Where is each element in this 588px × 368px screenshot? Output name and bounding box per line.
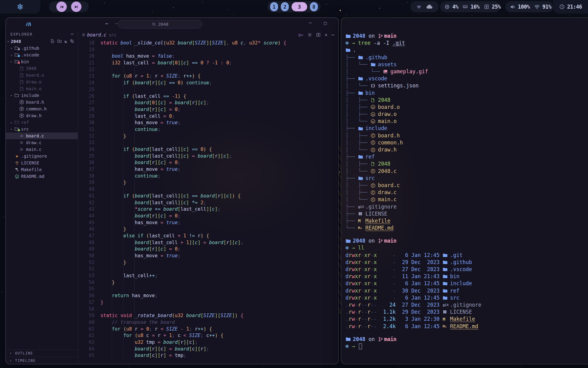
file-item-board.h[interactable]: Hboard.h [6, 99, 78, 105]
run-button[interactable]: ▷▾ [299, 32, 303, 38]
workspace-8[interactable]: 8 [310, 2, 318, 11]
code-line-18[interactable]: 18static bool _slide_col(u32 board[SIZE]… [78, 40, 338, 47]
explorer-root-folder[interactable]: ›2048↻ [6, 38, 78, 45]
code-line-54[interactable]: 54 } [78, 279, 338, 286]
file-item-include[interactable]: ›include [6, 92, 78, 99]
code-line-52[interactable]: 52 [78, 266, 338, 273]
code-line-19[interactable]: 19 [78, 47, 338, 53]
new-file-icon[interactable] [50, 39, 55, 44]
workspace-2[interactable]: 2 [281, 2, 289, 11]
file-item-main.o[interactable]: main.o [6, 85, 78, 92]
code-line-61[interactable]: 61 for (u8 r = 0; r < SIZE - 1; r++) { [78, 326, 338, 333]
close-button[interactable]: × [337, 20, 339, 26]
code-line-29[interactable]: 29 last_cell = 0; [78, 113, 338, 120]
file-item-board.c[interactable]: ©board.c [6, 132, 78, 139]
code-line-49[interactable]: 49 board[r][c] = 0; [78, 246, 338, 253]
code-line-64[interactable]: 64 board[r][c] = board[c][r]; [78, 346, 338, 353]
vscode-titlebar[interactable]: ← → 2048 ─ □ × [6, 18, 338, 30]
code-line-45[interactable]: 45 has_move = true; [78, 220, 338, 226]
file-item-bin[interactable]: ›bin [6, 58, 78, 65]
code-line-30[interactable]: 30 has_move = true; [78, 120, 338, 126]
minimize-button[interactable]: ─ [307, 20, 314, 26]
code-line-65[interactable]: 65 board[c][r] = tmp; [78, 352, 338, 359]
code-line-25[interactable]: 25 [78, 86, 338, 93]
code-line-27[interactable]: 27 board[0][c] = board[r][c]; [78, 100, 338, 106]
settings-gear-icon[interactable] [307, 33, 312, 37]
code-line-33[interactable]: 33 [78, 140, 338, 146]
nav-back-icon[interactable]: ← [103, 20, 111, 26]
file-item-draw.c[interactable]: ©draw.c [6, 139, 78, 146]
refresh-icon[interactable]: ↻ [65, 39, 67, 44]
code-line-20[interactable]: 20 bool has_move = false; [78, 53, 338, 60]
code-line-22[interactable]: 22 [78, 67, 338, 73]
file-item-main.c[interactable]: ©main.c [6, 146, 78, 153]
code-line-48[interactable]: 48 board[last_cell + 1][c] = board[r][c]… [78, 240, 338, 246]
code-line-32[interactable]: 32 } [78, 133, 338, 140]
file-item-common.h[interactable]: Hcommon.h [6, 105, 78, 112]
file-item-2048[interactable]: 2048 [6, 65, 78, 72]
code-line-38[interactable]: 38 continue; [78, 173, 338, 180]
file-item-draw.h[interactable]: Hdraw.h [6, 112, 78, 119]
nix-menu-button[interactable]: ❄ [0, 0, 40, 13]
code-line-46[interactable]: 46 } [78, 226, 338, 233]
media-previous-button[interactable] [56, 2, 67, 12]
editor-more-icon[interactable]: ⋯ [331, 32, 334, 38]
code-line-43[interactable]: 43 *score += board[last_cell][c]; [78, 206, 338, 213]
terminal-cursor[interactable] [359, 343, 362, 349]
close-editor-icon[interactable]: × [325, 32, 328, 38]
code-line-53[interactable]: 53 last_cell++; [78, 273, 338, 279]
code-line-36[interactable]: 36 board[r][c] = 0; [78, 159, 338, 166]
explorer-more-icon[interactable]: ⋯ [71, 31, 74, 37]
file-item-README.md[interactable]: iREADME.md [6, 173, 78, 180]
file-item-.github[interactable]: ›.github [6, 45, 78, 52]
file-item-ref[interactable]: ›ref [6, 119, 78, 126]
workspace-1[interactable]: 1 [270, 2, 278, 11]
code-line-34[interactable]: 34 if (board[last_cell][c] == 0) { [78, 146, 338, 153]
file-item-.gitignore[interactable]: ◆.gitignore [6, 153, 78, 159]
code-line-63[interactable]: 63 u32 tmp = board[r][c]; [78, 339, 338, 346]
file-item-draw.o[interactable]: draw.o [6, 79, 78, 85]
maximize-button[interactable]: □ [322, 20, 329, 26]
code-line-40[interactable]: 40 [78, 186, 338, 193]
file-item-board.o[interactable]: board.o [6, 72, 78, 79]
code-line-35[interactable]: 35 board[last_cell][c] = board[r][c]; [78, 153, 338, 160]
split-editor-icon[interactable] [316, 33, 321, 37]
file-item-.vscode[interactable]: ›.vscode [6, 52, 78, 58]
mw-icon: M [358, 219, 365, 223]
outline-section[interactable]: › OUTLINE [6, 349, 78, 357]
code-line-37[interactable]: 37 has_move = true; [78, 166, 338, 173]
code-line-21[interactable]: 21 i32 last_cell = board[0][c] == 0 ? -1… [78, 60, 338, 67]
command-line[interactable]: ❄ → [345, 343, 588, 350]
code-area[interactable]: 18static bool _slide_col(u32 board[SIZE]… [78, 40, 338, 364]
code-line-31[interactable]: 31 continue; [78, 126, 338, 133]
terminal-window[interactable]: 2048 on main❄ → tree -a -I .git.├── .git… [341, 17, 588, 364]
file-item-Makefile[interactable]: Makefile [6, 166, 78, 173]
code-line-55[interactable]: 55 [78, 286, 338, 293]
code-line-28[interactable]: 28 board[r][c] = 0; [78, 106, 338, 113]
new-folder-icon[interactable] [57, 39, 62, 44]
code-line-50[interactable]: 50 has_move = true; [78, 253, 338, 259]
code-line-44[interactable]: 44 board[r][c] = 0; [78, 213, 338, 220]
code-line-41[interactable]: 41 if (board[last_cell][c] == board[r][c… [78, 193, 338, 200]
code-line-51[interactable]: 51 } [78, 259, 338, 266]
code-line-26[interactable]: 26 if (last_cell == -1) { [78, 93, 338, 100]
code-line-57[interactable]: 57} [78, 299, 338, 306]
file-item-src[interactable]: ›src [6, 126, 78, 132]
code-line-24[interactable]: 24 if (board[r][c] == 0) continue; [78, 80, 338, 86]
code-line-59[interactable]: 59static void _rotate_board(u32 board[SI… [78, 312, 338, 319]
collapse-all-icon[interactable] [70, 39, 74, 44]
code-line-56[interactable]: 56 return has_move; [78, 293, 338, 299]
code-line-58[interactable]: 58 [78, 306, 338, 313]
code-line-23[interactable]: 23 for (u8 r = 1; r < SIZE; r++) { [78, 73, 338, 80]
workspace-3[interactable]: 3 [292, 2, 307, 11]
code-line-60[interactable]: 60 // transpose the board [78, 319, 338, 326]
media-next-button[interactable] [71, 2, 81, 12]
file-item-LICENSE[interactable]: LICENSE [6, 159, 78, 166]
code-line-39[interactable]: 39 } [78, 179, 338, 186]
timeline-section[interactable]: › TIMELINE [6, 357, 78, 364]
tab-board-c[interactable]: board.c [87, 32, 106, 38]
command-center-search[interactable]: 2048 [118, 20, 202, 29]
code-line-47[interactable]: 47 else if (last_cell + 1 != r) { [78, 233, 338, 240]
code-line-42[interactable]: 42 board[last_cell][c] *= 2; [78, 200, 338, 206]
code-line-62[interactable]: 62 for (u8 c = r + 1; c < SIZE; c++) { [78, 332, 338, 339]
